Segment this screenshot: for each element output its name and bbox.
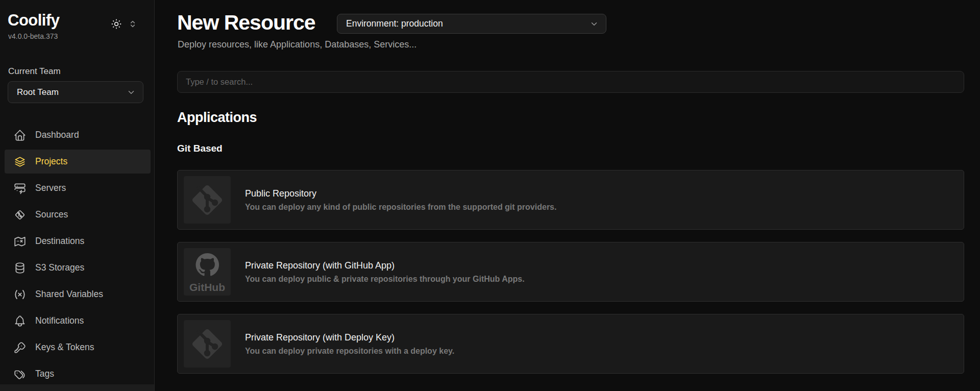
sidebar-bottom-strip bbox=[0, 384, 154, 391]
sidebar-item-servers[interactable]: Servers bbox=[5, 176, 151, 200]
git-icon bbox=[184, 320, 231, 368]
resource-card-title: Private Repository (with Deploy Key) bbox=[245, 332, 454, 343]
chevron-down-icon bbox=[590, 19, 599, 29]
git-icon bbox=[184, 176, 231, 224]
resource-card-description: You can deploy any kind of public reposi… bbox=[245, 203, 556, 212]
sidebar-item-destinations[interactable]: Destinations bbox=[5, 229, 151, 253]
chevron-down-icon bbox=[127, 88, 136, 97]
sidebar: Coolify v4.0.0-beta.373 Current Team Roo… bbox=[0, 0, 155, 391]
environment-select-value: Environment: production bbox=[346, 18, 443, 29]
sidebar-item-dashboard[interactable]: Dashboard bbox=[5, 123, 151, 147]
github-icon: GitHub bbox=[184, 248, 231, 296]
variables-icon bbox=[13, 288, 27, 301]
resource-card-private-repository-deploy-key[interactable]: Private Repository (with Deploy Key) You… bbox=[177, 314, 964, 374]
subsection-title-git-based: Git Based bbox=[177, 143, 223, 154]
server-icon bbox=[13, 182, 27, 195]
sidebar-item-label: Destinations bbox=[35, 236, 84, 247]
tags-icon bbox=[13, 368, 27, 381]
sidebar-nav: Dashboard Projects Servers Sources Desti… bbox=[5, 123, 151, 388]
map-icon bbox=[13, 235, 27, 248]
resource-card-description: You can deploy public & private reposito… bbox=[245, 275, 525, 284]
sidebar-item-label: Dashboard bbox=[35, 130, 79, 140]
sidebar-item-keys-tokens[interactable]: Keys & Tokens bbox=[5, 335, 151, 359]
git-source-icon bbox=[13, 208, 27, 222]
resource-card-public-repository[interactable]: Public Repository You can deploy any kin… bbox=[177, 170, 964, 230]
sidebar-item-label: S3 Storages bbox=[35, 262, 84, 273]
resource-card-private-repository-github-app[interactable]: GitHub Private Repository (with GitHub A… bbox=[177, 242, 964, 302]
key-icon bbox=[13, 341, 27, 354]
sidebar-top-icons bbox=[110, 18, 138, 30]
sidebar-item-sources[interactable]: Sources bbox=[5, 203, 151, 227]
page-title: New Resource bbox=[177, 11, 315, 35]
search-input[interactable] bbox=[177, 71, 964, 93]
page-subtitle: Deploy resources, like Applications, Dat… bbox=[178, 39, 416, 50]
section-title-applications: Applications bbox=[177, 110, 257, 126]
sidebar-item-label: Keys & Tokens bbox=[35, 342, 94, 353]
sun-icon[interactable] bbox=[110, 18, 122, 30]
sidebar-item-label: Sources bbox=[35, 209, 68, 220]
sidebar-item-s3-storages[interactable]: S3 Storages bbox=[5, 256, 151, 280]
app-logo[interactable]: Coolify bbox=[8, 11, 60, 30]
sidebar-item-label: Projects bbox=[35, 156, 67, 167]
resource-card-title: Public Repository bbox=[245, 188, 556, 199]
main-content: New Resource Environment: production Dep… bbox=[155, 0, 980, 391]
resource-card-list: Public Repository You can deploy any kin… bbox=[177, 170, 964, 374]
database-icon bbox=[13, 261, 27, 275]
home-icon bbox=[13, 129, 27, 142]
team-select-value: Root Team bbox=[17, 87, 59, 97]
layers-icon bbox=[13, 155, 27, 168]
sidebar-item-notifications[interactable]: Notifications bbox=[5, 309, 151, 333]
selector-icon[interactable] bbox=[128, 19, 138, 29]
bell-icon bbox=[13, 314, 27, 328]
resource-card-description: You can deploy private repositories with… bbox=[245, 347, 454, 356]
environment-select[interactable]: Environment: production bbox=[337, 14, 606, 34]
sidebar-item-projects[interactable]: Projects bbox=[5, 150, 151, 174]
team-select[interactable]: Root Team bbox=[8, 81, 143, 103]
svg-text:GitHub: GitHub bbox=[189, 281, 225, 293]
sidebar-item-label: Servers bbox=[35, 183, 66, 193]
sidebar-item-tags[interactable]: Tags bbox=[5, 362, 151, 386]
resource-card-title: Private Repository (with GitHub App) bbox=[245, 260, 525, 271]
sidebar-item-label: Tags bbox=[35, 369, 54, 379]
current-team-label: Current Team bbox=[8, 66, 61, 77]
app-version: v4.0.0-beta.373 bbox=[8, 32, 58, 40]
sidebar-item-shared-variables[interactable]: Shared Variables bbox=[5, 282, 151, 306]
sidebar-item-label: Shared Variables bbox=[35, 289, 103, 300]
sidebar-item-label: Notifications bbox=[35, 315, 84, 326]
